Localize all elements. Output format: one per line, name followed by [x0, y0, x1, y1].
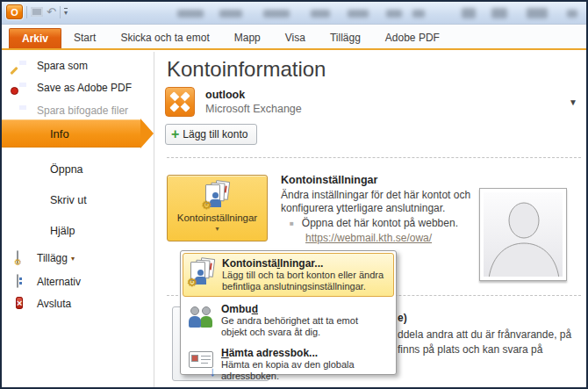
menu-item-kontoinstallningar[interactable]: ⚙ Kontoinställningar... Lägg till och ta…	[183, 253, 394, 297]
tab-adobe-pdf[interactable]: Adobe PDF	[373, 28, 452, 48]
quick-access-toolbar: O ↶ ▾	[6, 4, 68, 19]
tab-arkiv[interactable]: Arkiv	[9, 28, 61, 48]
blurred-titlebar-icon	[527, 8, 548, 18]
menu-item-title: Hämta adressbok...	[221, 347, 391, 359]
blurred-title-text	[263, 10, 290, 18]
ribbon-tab-row: Arkiv Start Skicka och ta emot Mapp Visa…	[2, 25, 586, 50]
qat-separator	[26, 6, 27, 18]
exchange-account-icon	[165, 87, 195, 117]
settings-description: Ändra inställningar för det här kontot o…	[281, 189, 470, 201]
settings-description: konfigurera ytterligare anslutningar.	[281, 202, 445, 214]
delegates-icon	[188, 304, 216, 332]
menu-item-title: Ombud	[221, 303, 391, 315]
section-separator	[167, 157, 581, 158]
covered-heading-fragment: e)	[398, 312, 407, 324]
addins-icon: ⚙	[16, 251, 30, 265]
account-settings-icon: ⚙	[204, 181, 232, 209]
menu-item-description: Hämta en kopia av den globalaadressboken…	[221, 359, 391, 382]
blurred-titlebar-icon	[567, 10, 577, 18]
qat-customize-caret-icon[interactable]: ▾	[64, 8, 68, 16]
account-name: outlook	[205, 89, 245, 101]
account-settings-menu: ⚙ Kontoinställningar... Lägg till och ta…	[180, 250, 397, 375]
qat-separator	[60, 6, 61, 18]
outlook-window: O ↶ ▾ Arkiv Start Skicka och ta emot Map…	[0, 0, 588, 389]
settings-heading: Kontoinställningar	[281, 174, 377, 186]
undo-icon[interactable]: ↶	[47, 6, 56, 18]
account-information-panel: Kontoinformation outlook Microsoft Excha…	[154, 52, 586, 387]
exit-icon: ×	[16, 297, 30, 311]
backstage-sidebar: Spara som Save as Adobe PDF Spara bifoga…	[2, 52, 154, 387]
save-pdf-icon	[16, 81, 30, 95]
backstage-view: Spara som Save as Adobe PDF Spara bifoga…	[2, 52, 586, 387]
sidebar-item-hjalp[interactable]: Hjälp	[2, 221, 154, 241]
plus-icon: +	[171, 128, 179, 140]
outlook-app-icon[interactable]: O	[6, 4, 23, 19]
blurred-title-text	[311, 10, 330, 18]
sidebar-item-save-as-adobe-pdf[interactable]: Save as Adobe PDF	[2, 78, 154, 97]
blurred-title-text	[348, 10, 369, 18]
blurred-title-text	[177, 10, 204, 18]
account-selector[interactable]: outlook Microsoft Exchange ▼	[165, 87, 581, 120]
sidebar-item-oppna[interactable]: Öppna	[2, 160, 154, 179]
blurred-title-text	[386, 10, 402, 18]
menu-item-description: Ge andra behörighet att ta emotobjekt oc…	[221, 315, 391, 338]
sidebar-item-spara-som[interactable]: Spara som	[2, 56, 154, 76]
options-icon	[16, 275, 30, 289]
save-attachments-icon	[16, 104, 30, 118]
account-dropdown-caret-icon[interactable]: ▼	[569, 97, 577, 107]
menu-item-title: Kontoinställningar...	[222, 257, 390, 270]
sidebar-item-info[interactable]: Info	[2, 119, 140, 148]
account-settings-button-label: Kontoinställningar	[177, 213, 257, 223]
menu-item-description: Lägg till och ta bort konton eller ändra…	[222, 270, 390, 292]
add-account-button[interactable]: + Lägg till konto	[165, 124, 257, 145]
blurred-titlebar-icon	[462, 8, 476, 18]
menu-item-ombud[interactable]: Ombud Ge andra behörighet att ta emotobj…	[183, 299, 394, 342]
open-on-web-text: Öppna det här kontot på webben.	[302, 217, 458, 229]
page-title: Kontoinformation	[167, 57, 326, 82]
blurred-title-text	[412, 10, 425, 18]
blurred-title-text	[219, 10, 242, 18]
sidebar-item-avsluta[interactable]: × Avsluta	[2, 294, 154, 313]
info-selected-arrow	[140, 119, 154, 148]
covered-text-fragment: finns på plats och kan svara på	[398, 343, 542, 356]
user-avatar	[479, 188, 567, 281]
webmail-link[interactable]: https://webmail.kth.se/owa/	[305, 232, 432, 244]
tab-start[interactable]: Start	[61, 28, 108, 48]
sidebar-item-tillagg[interactable]: ⚙ Tillägg ▾	[2, 249, 154, 268]
account-settings-icon: ⚙	[189, 258, 217, 286]
tab-visa[interactable]: Visa	[273, 28, 318, 48]
save-as-icon	[16, 59, 30, 73]
add-account-label: Lägg till konto	[183, 128, 247, 140]
tab-tillagg[interactable]: Tillägg	[318, 28, 373, 48]
titlebar: O ↶ ▾	[2, 2, 586, 25]
sidebar-item-skriv-ut[interactable]: Skriv ut	[2, 191, 154, 210]
sidebar-item-alternativ[interactable]: Alternativ	[2, 272, 154, 292]
tab-skicka-och-ta-emot[interactable]: Skicka och ta emot	[108, 28, 221, 48]
bullet-icon: ■	[290, 220, 294, 227]
account-type: Microsoft Exchange	[205, 103, 302, 115]
sidebar-item-spara-bifogade-filer: Spara bifogade filer	[2, 101, 154, 120]
chevron-down-icon: ▾	[215, 225, 219, 233]
address-book-icon: ↓	[188, 348, 216, 376]
blurred-titlebar-icon	[491, 8, 507, 18]
tab-mapp[interactable]: Mapp	[222, 28, 273, 48]
covered-text-fragment: ddela andra att du är frånvarande, på	[398, 328, 571, 341]
open-on-web-bullet: ■ Öppna det här kontot på webben.	[290, 217, 458, 229]
send-receive-icon[interactable]	[31, 7, 43, 17]
chevron-down-icon: ▾	[71, 255, 75, 263]
menu-item-hamta-adressbok[interactable]: ↓ Hämta adressbok... Hämta en kopia av d…	[183, 343, 394, 385]
account-settings-button[interactable]: ⚙ Kontoinställningar ▾	[167, 175, 268, 241]
